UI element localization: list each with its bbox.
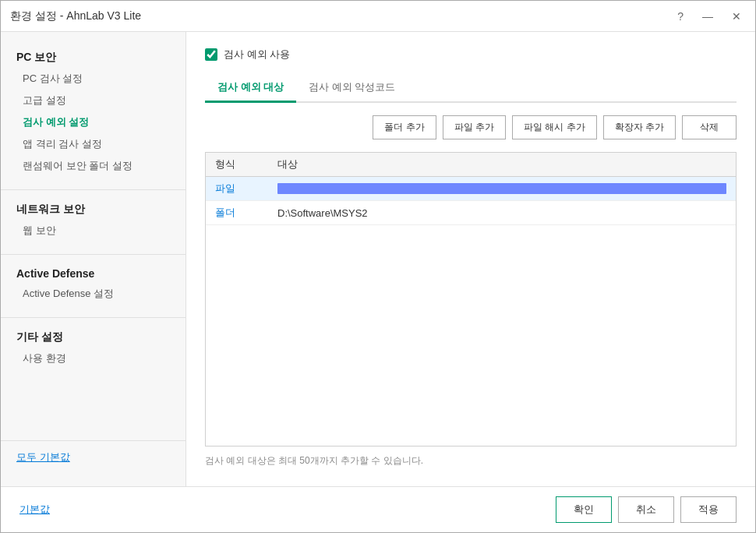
add-file-button[interactable]: 파일 추가 [443,115,506,139]
column-target: 대상 [268,157,736,171]
footer-note: 검사 예외 대상은 최대 50개까지 추가할 수 있습니다. [205,454,737,471]
titlebar: 환경 설정 - AhnLab V3 Lite ? — ✕ [1,1,755,32]
cell-type-2: 폴더 [206,206,268,220]
sidebar-divider-3 [1,317,185,318]
tabs-container: 검사 예외 대상 검사 예외 악성코드 [205,74,737,103]
sidebar-section-pc-security: PC 보안 PC 검사 설정 고급 설정 검사 예외 설정 앱 격리 검사 설정… [1,44,185,177]
cell-target-2: D:\Software\MSYS2 [268,207,736,219]
cancel-button[interactable]: 취소 [618,496,674,523]
bottom-left: 기본값 [19,503,50,517]
exception-enable-row: 검사 예외 사용 [205,48,737,62]
confirm-button[interactable]: 확인 [556,496,612,523]
bottom-bar: 기본값 확인 취소 적용 [1,486,755,532]
titlebar-controls: ? — ✕ [673,9,746,24]
apply-button[interactable]: 적용 [680,496,737,523]
tab-exception-malcode[interactable]: 검사 예외 악성코드 [296,74,408,103]
table-body: 파일 폴더 D:\Software\MSYS2 [206,177,736,446]
sidebar-item-scan-exception-settings[interactable]: 검사 예외 설정 [1,111,185,133]
exception-enable-label: 검사 예외 사용 [224,48,290,62]
tab-exception-target[interactable]: 검사 예외 대상 [205,74,296,103]
sidebar-item-pc-scan-settings[interactable]: PC 검사 설정 [1,68,185,90]
sidebar-item-active-defense-settings[interactable]: Active Defense 설정 [1,283,185,305]
sidebar-item-ransomware-folder-settings[interactable]: 랜섬웨어 보안 폴더 설정 [1,155,185,177]
add-extension-button[interactable]: 확장자 추가 [603,115,676,139]
sidebar: PC 보안 PC 검사 설정 고급 설정 검사 예외 설정 앱 격리 검사 설정… [1,32,186,486]
action-buttons: 폴더 추가 파일 추가 파일 해시 추가 확장자 추가 삭제 [205,115,737,139]
sidebar-section-other-settings: 기타 설정 사용 환경 [1,324,185,369]
sidebar-section-title-pc: PC 보안 [1,44,185,68]
cell-target-blur-1 [277,183,726,194]
main-panel: 검사 예외 사용 검사 예외 대상 검사 예외 악성코드 폴더 추가 파일 추가… [186,32,755,486]
column-type: 형식 [206,157,268,171]
sidebar-section-title-network: 네트워크 보안 [1,196,185,220]
content-area: PC 보안 PC 검사 설정 고급 설정 검사 예외 설정 앱 격리 검사 설정… [1,32,755,486]
sidebar-divider-1 [1,189,185,190]
sidebar-section-network-security: 네트워크 보안 웹 보안 [1,196,185,242]
sidebar-item-advanced-settings[interactable]: 고급 설정 [1,90,185,111]
close-button[interactable]: ✕ [727,9,746,24]
window-title: 환경 설정 - AhnLab V3 Lite [10,9,141,23]
help-button[interactable]: ? [673,9,688,24]
table-row[interactable]: 파일 [206,177,736,201]
bottom-buttons: 확인 취소 적용 [556,496,737,523]
exception-enable-checkbox[interactable] [205,48,217,61]
exception-table: 형식 대상 파일 폴더 D:\Software\MSYS2 [205,152,737,447]
cell-type-1: 파일 [206,182,268,196]
add-folder-button[interactable]: 폴더 추가 [373,115,436,139]
main-window: 환경 설정 - AhnLab V3 Lite ? — ✕ PC 보안 PC 검사… [0,0,756,533]
add-file-hash-button[interactable]: 파일 해시 추가 [512,115,597,139]
default-value-link[interactable]: 기본값 [19,503,50,517]
sidebar-section-active-defense: Active Defense Active Defense 설정 [1,261,185,305]
sidebar-section-title-active-defense: Active Defense [1,261,185,283]
table-header: 형식 대상 [206,153,736,177]
sidebar-divider-2 [1,254,185,255]
sidebar-section-title-other: 기타 설정 [1,324,185,348]
sidebar-item-usage-environment[interactable]: 사용 환경 [1,348,185,369]
sidebar-bottom: 모두 기본값 [1,440,185,474]
reset-all-button[interactable]: 모두 기본값 [16,451,70,463]
sidebar-item-web-security[interactable]: 웹 보안 [1,220,185,242]
table-row[interactable]: 폴더 D:\Software\MSYS2 [206,201,736,225]
minimize-button[interactable]: — [698,9,718,24]
sidebar-item-app-quarantine-settings[interactable]: 앱 격리 검사 설정 [1,133,185,155]
delete-button[interactable]: 삭제 [682,115,737,139]
